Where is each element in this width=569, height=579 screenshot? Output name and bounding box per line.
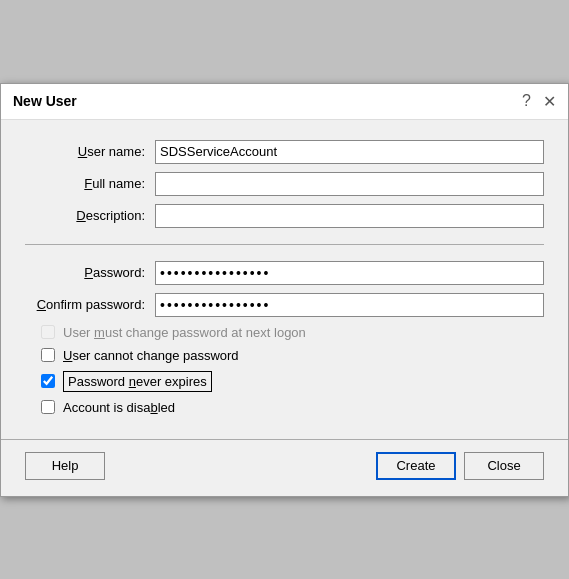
fullname-input[interactable] [155,172,544,196]
password-row: Password: [25,261,544,285]
username-label: User name: [25,144,155,159]
cannot-change-row: User cannot change password [41,348,544,363]
create-button[interactable]: Create [376,452,456,480]
description-label: Description: [25,208,155,223]
username-input[interactable] [155,140,544,164]
username-row: User name: [25,140,544,164]
never-expires-checkbox[interactable] [41,374,55,388]
confirm-password-input[interactable] [155,293,544,317]
dialog-title: New User [13,93,77,109]
description-input[interactable] [155,204,544,228]
new-user-dialog: New User ? ✕ User name: Full name: Descr… [0,83,569,497]
must-change-row: User must change password at next logon [41,325,544,340]
cannot-change-checkbox[interactable] [41,348,55,362]
confirm-password-row: Confirm password: [25,293,544,317]
close-icon[interactable]: ✕ [543,92,556,111]
form-content: User name: Full name: Description: Passw… [1,120,568,439]
confirm-password-label: Confirm password: [25,297,155,312]
title-bar: New User ? ✕ [1,84,568,120]
fullname-row: Full name: [25,172,544,196]
close-button[interactable]: Close [464,452,544,480]
title-controls: ? ✕ [522,92,556,111]
account-disabled-checkbox[interactable] [41,400,55,414]
never-expires-row: Password never expires [41,371,544,392]
account-disabled-row: Account is disabled [41,400,544,415]
fullname-label: Full name: [25,176,155,191]
must-change-label: User must change password at next logon [63,325,306,340]
checkbox-group: User must change password at next logon … [25,325,544,415]
account-disabled-label: Account is disabled [63,400,175,415]
description-row: Description: [25,204,544,228]
cannot-change-label: User cannot change password [63,348,239,363]
help-button[interactable]: Help [25,452,105,480]
must-change-checkbox[interactable] [41,325,55,339]
divider-1 [25,244,544,245]
help-icon[interactable]: ? [522,92,531,110]
button-bar: Help Create Close [1,439,568,496]
never-expires-label: Password never expires [63,371,212,392]
password-label: Password: [25,265,155,280]
password-input[interactable] [155,261,544,285]
